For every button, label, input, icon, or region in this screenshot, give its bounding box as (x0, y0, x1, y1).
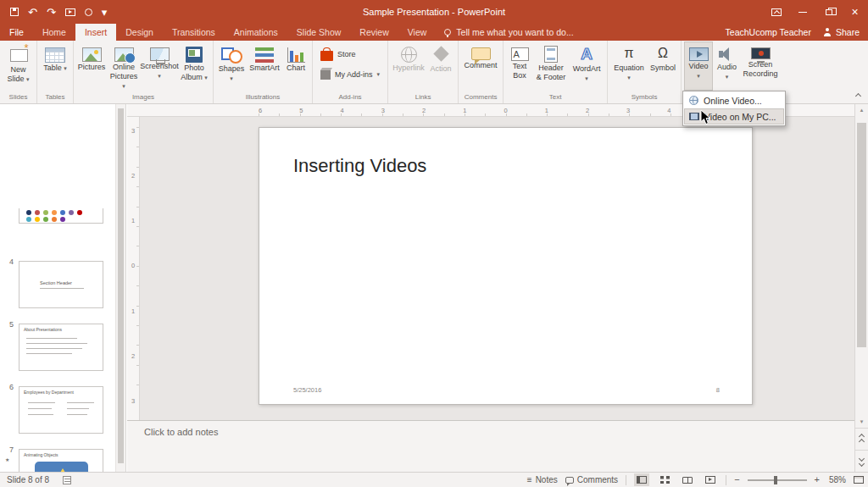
wordart-button[interactable]: A WordArt ▾ (569, 42, 604, 91)
save-icon[interactable] (10, 8, 19, 16)
tab-design[interactable]: Design (116, 24, 163, 41)
tab-home[interactable]: Home (33, 24, 75, 41)
store-button[interactable]: Store (315, 44, 361, 64)
thumbnail-slide-5[interactable]: About Presentations (19, 324, 103, 371)
text-box-button[interactable]: A Text Box (506, 42, 533, 91)
tab-slide-show[interactable]: Slide Show (287, 24, 351, 41)
scrollbar-track[interactable] (855, 116, 868, 416)
slide-sorter-view-button[interactable] (657, 473, 672, 486)
scroll-down-button[interactable]: ▾ (855, 416, 868, 428)
ribbon-display-options-button[interactable] (763, 0, 789, 24)
table-button[interactable]: Table ▾ (40, 42, 70, 91)
audio-icon (719, 47, 736, 62)
comment-button[interactable]: Comment (461, 42, 500, 91)
redo-icon[interactable]: ↷ (47, 7, 56, 18)
tab-insert[interactable]: Insert (75, 24, 116, 41)
thumbnail-number-4: 4 (2, 257, 14, 266)
customize-qat-icon[interactable]: ▾ (102, 7, 108, 18)
zoom-slider[interactable] (748, 479, 807, 481)
thumbnail-slide-4[interactable]: Section Header (19, 261, 103, 308)
thumbnail-scrollbar-thumb[interactable] (118, 108, 124, 463)
slide-title-text[interactable]: Inserting Videos (293, 155, 426, 177)
touch-mode-icon[interactable] (85, 8, 92, 16)
fit-to-window-button[interactable] (854, 476, 864, 484)
slide-indicator[interactable]: Slide 8 of 8 (7, 475, 49, 484)
previous-slide-button[interactable] (855, 428, 868, 450)
animation-star-icon[interactable]: ★ (5, 457, 9, 462)
notes-toggle-button[interactable]: ≡ Notes (527, 475, 558, 484)
thumbnail-number-5: 5 (2, 320, 14, 329)
header-footer-icon (544, 46, 558, 63)
thumbnail-slide-6[interactable]: Employees by Department (19, 386, 103, 434)
zoom-out-button[interactable]: − (734, 475, 739, 484)
screenshot-button[interactable]: Screenshot ▾ (141, 42, 178, 91)
my-addins-button[interactable]: My Add-ins ▾ (315, 64, 385, 85)
vertical-scrollbar[interactable]: ▴ ▾ (854, 104, 868, 472)
tab-file[interactable]: File (0, 24, 33, 41)
account-name[interactable]: TeachUcomp Teacher (726, 27, 811, 37)
powerpoint-window: ↶ ↷ ▾ Sample Presentation - PowerPoint ×… (0, 0, 868, 487)
ribbon-group-text: A Text Box Header & Footer A WordArt ▾ T… (504, 41, 608, 103)
collapse-ribbon-button[interactable] (853, 91, 863, 100)
zoom-in-button[interactable]: + (815, 475, 820, 484)
slide-show-view-button[interactable] (703, 473, 718, 486)
scroll-up-button[interactable]: ▴ (855, 104, 868, 116)
restore-icon (826, 9, 832, 15)
group-label-illustrations: Illustrations (216, 91, 309, 103)
chart-button[interactable]: Chart (282, 42, 309, 91)
thumbnail-slide-7[interactable]: Animating Objects (19, 449, 103, 472)
slide-show-icon (705, 476, 715, 484)
ribbon-tab-bar: File Home Insert Design Transitions Anim… (0, 24, 868, 41)
tab-review[interactable]: Review (350, 24, 398, 41)
proofing-icon[interactable] (63, 476, 71, 484)
scrollbar-thumb[interactable] (857, 123, 866, 347)
tab-animations[interactable]: Animations (225, 24, 287, 41)
equation-button[interactable]: π Equation ▾ (610, 42, 648, 91)
comments-toggle-icon (565, 477, 574, 484)
notes-pane[interactable]: Click to add notes (127, 420, 854, 472)
close-button[interactable]: × (842, 0, 868, 24)
minimize-button[interactable] (789, 0, 815, 24)
restore-button[interactable] (815, 0, 842, 24)
equation-icon: π (620, 44, 638, 63)
tab-transitions[interactable]: Transitions (163, 24, 225, 41)
symbol-button[interactable]: Ω Symbol (648, 42, 678, 91)
thumbnail-blue-shape (35, 462, 88, 472)
shapes-button[interactable]: Shapes ▾ (216, 42, 247, 91)
menu-item-online-video[interactable]: Online Video... (684, 92, 784, 108)
thumbnail-number-7: 7 (2, 445, 14, 454)
tell-me-box[interactable]: Tell me what you want to do... (444, 24, 573, 41)
screen-recording-button[interactable]: Screen Recording (741, 42, 780, 91)
tab-view[interactable]: View (398, 24, 437, 41)
zoom-percentage[interactable]: 58% (827, 475, 846, 484)
online-pictures-button[interactable]: Online Pictures ▾ (107, 42, 141, 91)
thumbnail-slide-3[interactable] (19, 208, 103, 224)
new-slide-button[interactable]: New Slide ▾ (3, 42, 34, 91)
photo-album-button[interactable]: Photo Album ▾ (178, 42, 210, 91)
photo-album-icon (186, 47, 203, 63)
comments-toggle-button[interactable]: Comments (565, 475, 618, 484)
mouse-cursor (700, 109, 710, 125)
share-button[interactable]: Share (823, 27, 860, 37)
next-slide-button[interactable] (855, 450, 868, 472)
zoom-slider-thumb[interactable] (774, 476, 777, 484)
smartart-button[interactable]: SmartArt (247, 42, 282, 91)
close-icon: × (851, 6, 858, 18)
normal-view-button[interactable] (634, 473, 649, 486)
start-from-beginning-icon[interactable] (65, 8, 75, 16)
undo-icon[interactable]: ↶ (28, 7, 37, 18)
menu-item-video-on-my-pc[interactable]: Video on My PC... (684, 108, 784, 125)
video-button[interactable]: Video ▾ (684, 42, 713, 91)
audio-button[interactable]: Audio ▾ (713, 42, 741, 91)
thumbnail-panel-scrollbar[interactable] (115, 104, 126, 472)
group-label-links: Links (391, 91, 455, 103)
header-footer-button[interactable]: Header & Footer (533, 42, 569, 91)
reading-view-button[interactable] (680, 473, 695, 486)
slide-canvas[interactable]: Inserting Videos 5/25/2016 8 (259, 127, 753, 405)
slide-thumbnail-panel: 4 Section Header 5 About Presentations 6… (0, 104, 115, 472)
vertical-ruler: 3210123 (127, 117, 140, 472)
screen-recording-icon (751, 47, 771, 59)
ribbon-group-links: Hyperlink Action Links (388, 41, 459, 103)
group-label-comments: Comments (461, 91, 500, 103)
pictures-button[interactable]: Pictures (76, 42, 107, 91)
